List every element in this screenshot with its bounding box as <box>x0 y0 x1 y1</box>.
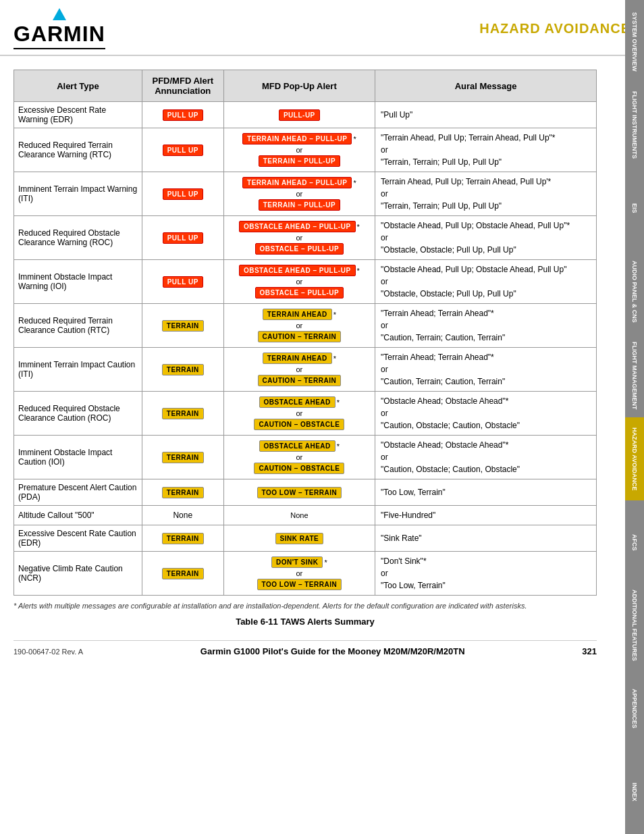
table-row-mfd-7: OBSTACLE AHEAD*orCAUTION – OBSTACLE <box>223 392 375 436</box>
table-row-alert-6: Imminent Terrain Impact Caution (ITI) <box>14 348 142 392</box>
table-row-aural-9: "Too Low, Terrain" <box>375 479 597 506</box>
table-row-mfd-6: TERRAIN AHEAD*orCAUTION – TERRAIN <box>223 348 375 392</box>
page-footer: 190-00647-02 Rev. A Garmin G1000 Pilot's… <box>14 640 597 656</box>
table-row-alert-5: Reduced Required Terrain Clearance Cauti… <box>14 304 142 348</box>
garmin-logo: GARMIN <box>14 8 105 49</box>
or-separator: or <box>296 569 302 577</box>
mfd-badge: OBSTACLE – PULL-UP <box>255 287 344 298</box>
table-row-pfd-7: TERRAIN <box>142 392 223 436</box>
or-separator: or <box>296 190 302 198</box>
table-row-mfd-1: TERRAIN AHEAD – PULL-UP*orTERRAIN – PULL… <box>223 128 375 172</box>
col-header-alert-type: Alert Type <box>14 70 142 102</box>
table-row-mfd-11: SINK RATE <box>223 525 375 552</box>
table-row-aural-11: "Sink Rate" <box>375 525 597 552</box>
table-row-pfd-5: TERRAIN <box>142 304 223 348</box>
table-caption: Table 6-11 TAWS Alerts Summary <box>14 617 597 627</box>
table-row-aural-2: Terrain Ahead, Pull Up; Terrain Ahead, P… <box>375 172 597 216</box>
footnote: * Alerts with multiple messages are conf… <box>14 601 597 611</box>
star-marker: * <box>353 135 356 143</box>
table-row-pfd-0: PULL UP <box>142 102 223 128</box>
table-row-mfd-10: None <box>223 506 375 525</box>
table-row-mfd-2: TERRAIN AHEAD – PULL-UP*orTERRAIN – PULL… <box>223 172 375 216</box>
table-row-aural-4: "Obstacle Ahead, Pull Up; Obstacle Ahead… <box>375 260 597 304</box>
table-row-mfd-3: OBSTACLE AHEAD – PULL-UP*orOBSTACLE – PU… <box>223 216 375 260</box>
or-separator: or <box>296 234 302 242</box>
table-row-mfd-4: OBSTACLE AHEAD – PULL-UP*orOBSTACLE – PU… <box>223 260 375 304</box>
mfd-badge: OBSTACLE AHEAD <box>259 440 336 452</box>
col-header-pfd: PFD/MFD Alert Annunciation <box>142 70 223 102</box>
sidebar-item-index[interactable]: INDEX <box>625 751 644 835</box>
or-separator: or <box>296 146 302 154</box>
mfd-badge: TERRAIN AHEAD <box>263 309 332 320</box>
table-row-pfd-6: TERRAIN <box>142 348 223 392</box>
table-row-aural-6: "Terrain Ahead; Terrain Ahead"*or"Cautio… <box>375 348 597 392</box>
table-row-mfd-0: PULL-UP <box>223 102 375 128</box>
table-row-mfd-12: DON'T SINK*orTOO LOW – TERRAIN <box>223 552 375 596</box>
table-row-aural-10: "Five-Hundred" <box>375 506 597 525</box>
table-row-aural-12: "Don't Sink"*or"Too Low, Terrain" <box>375 552 597 596</box>
mfd-badge: TERRAIN – PULL-UP <box>259 199 340 211</box>
or-separator: or <box>296 453 302 461</box>
footer-page-number: 321 <box>582 646 597 656</box>
table-row-aural-8: "Obstacle Ahead; Obstacle Ahead"*or"Caut… <box>375 436 597 479</box>
table-row-aural-7: "Obstacle Ahead; Obstacle Ahead"*or"Caut… <box>375 392 597 436</box>
table-row-alert-7: Reduced Required Obstacle Clearance Caut… <box>14 392 142 436</box>
table-row-alert-8: Imminent Obstacle Impact Caution (IOI) <box>14 436 142 479</box>
mfd-badge: CAUTION – TERRAIN <box>258 331 342 342</box>
star-marker: * <box>337 442 340 450</box>
star-marker: * <box>333 311 336 319</box>
mfd-badge: OBSTACLE AHEAD – PULL-UP <box>239 265 356 276</box>
mfd-badge: DON'T SINK <box>271 556 323 568</box>
star-marker: * <box>353 179 356 187</box>
table-row-mfd-5: TERRAIN AHEAD*orCAUTION – TERRAIN <box>223 304 375 348</box>
sidebar-item-system-overview[interactable]: SYSTEM OVERVIEW <box>625 0 644 84</box>
star-marker: * <box>324 558 327 567</box>
table-row-pfd-9: TERRAIN <box>142 479 223 506</box>
table-row-pfd-3: PULL UP <box>142 216 223 260</box>
mfd-badge: TERRAIN AHEAD <box>263 353 332 364</box>
sidebar-item-appendices[interactable]: APPENDICES <box>625 667 644 751</box>
footer-doc-number: 190-00647-02 Rev. A <box>14 648 83 656</box>
col-header-mfd: MFD Pop-Up Alert <box>223 70 375 102</box>
table-row-alert-1: Reduced Required Terrain Clearance Warni… <box>14 128 142 172</box>
or-separator: or <box>296 409 302 417</box>
star-marker: * <box>357 223 360 231</box>
page-header: GARMIN HAZARD AVOIDANCE <box>0 0 644 56</box>
main-content: Alert Type PFD/MFD Alert Annunciation MF… <box>0 56 624 670</box>
table-row-aural-1: "Terrain Ahead, Pull Up; Terrain Ahead, … <box>375 128 597 172</box>
mfd-badge: SINK RATE <box>275 533 324 544</box>
sidebar-item-afcs[interactable]: AFCS <box>625 500 644 584</box>
sidebar-item-additional-features[interactable]: ADDITIONAL FEATURES <box>625 584 644 668</box>
mfd-badge: CAUTION – TERRAIN <box>258 375 342 386</box>
or-separator: or <box>296 278 302 286</box>
table-row-pfd-11: TERRAIN <box>142 525 223 552</box>
sidebar-item-flight-instruments[interactable]: FLIGHT INSTRUMENTS <box>625 84 644 167</box>
table-row-pfd-12: TERRAIN <box>142 552 223 596</box>
garmin-wordmark: GARMIN <box>14 22 105 47</box>
star-marker: * <box>333 355 336 363</box>
mfd-badge: TOO LOW – TERRAIN <box>257 487 342 498</box>
table-row-pfd-10: None <box>142 506 223 525</box>
mfd-badge: TERRAIN AHEAD – PULL-UP <box>242 133 352 145</box>
sidebar-item-flight-management[interactable]: FLIGHT MANAGEMENT <box>625 334 644 417</box>
sidebar-item-hazard-avoidance[interactable]: HAZARD AVOIDANCE <box>625 417 644 501</box>
table-row-alert-3: Reduced Required Obstacle Clearance Warn… <box>14 216 142 260</box>
table-row-pfd-4: PULL UP <box>142 260 223 304</box>
mfd-badge: OBSTACLE AHEAD – PULL-UP <box>239 221 356 232</box>
mfd-badge: TERRAIN AHEAD – PULL-UP <box>242 177 352 188</box>
table-row-pfd-2: PULL UP <box>142 172 223 216</box>
table-row-mfd-8: OBSTACLE AHEAD*orCAUTION – OBSTACLE <box>223 436 375 479</box>
table-row-pfd-1: PULL UP <box>142 128 223 172</box>
sidebar-item-eis[interactable]: EIS <box>625 167 644 251</box>
mfd-badge: TERRAIN – PULL-UP <box>259 155 340 167</box>
table-row-aural-0: "Pull Up" <box>375 102 597 128</box>
sidebar: SYSTEM OVERVIEW FLIGHT INSTRUMENTS EIS A… <box>625 0 644 834</box>
table-row-aural-3: "Obstacle Ahead, Pull Up; Obstacle Ahead… <box>375 216 597 260</box>
col-header-aural: Aural Message <box>375 70 597 102</box>
table-row-mfd-9: TOO LOW – TERRAIN <box>223 479 375 506</box>
mfd-badge: TOO LOW – TERRAIN <box>257 579 342 590</box>
mfd-badge: CAUTION – OBSTACLE <box>254 463 344 474</box>
mfd-badge: OBSTACLE AHEAD <box>259 396 336 408</box>
star-marker: * <box>337 398 340 407</box>
sidebar-item-audio-panel[interactable]: AUDIO PANEL & CNS <box>625 251 644 334</box>
